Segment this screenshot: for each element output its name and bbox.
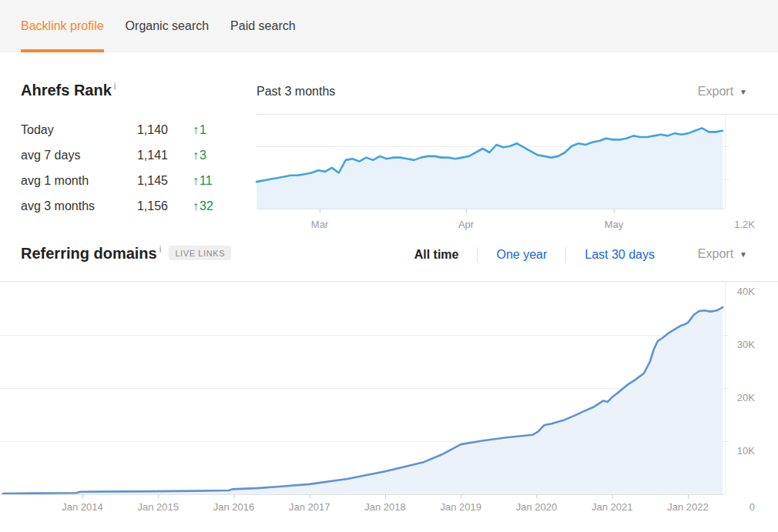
live-links-badge: LIVE LINKS <box>169 246 231 260</box>
ahrefs-rank-chart: MarAprMay1.2K <box>0 112 778 235</box>
x-tick-label: Jan 2019 <box>441 501 482 513</box>
x-tick-label: Jan 2022 <box>667 501 709 513</box>
filter-divider <box>477 247 478 263</box>
y-tick-label: 10K <box>737 445 755 457</box>
export-dropdown-referring[interactable]: Export▼ <box>698 247 747 261</box>
x-tick-label: May <box>605 219 624 230</box>
tab-label: Organic search <box>126 19 210 33</box>
referring-domains-chart: Jan 2014Jan 2015Jan 2016Jan 2017Jan 2018… <box>0 277 778 532</box>
time-range-filters: All time One year Last 30 days <box>414 247 655 263</box>
x-tick-label: Mar <box>311 219 329 230</box>
info-icon[interactable]: i <box>159 244 162 255</box>
export-dropdown-rank[interactable]: Export▼ <box>698 85 747 99</box>
x-tick-label: Jan 2018 <box>364 501 406 513</box>
filter-last-30-days[interactable]: Last 30 days <box>585 248 655 262</box>
ahrefs-rank-title: Ahrefs Ranki <box>21 81 116 99</box>
x-tick-label: Jan 2016 <box>213 501 255 513</box>
x-tick-label: Jan 2021 <box>592 501 633 513</box>
filter-divider <box>565 247 566 263</box>
y-tick-label: 40K <box>737 286 755 297</box>
tab-bar: Backlink profile Organic search Paid sea… <box>0 0 778 52</box>
x-tick-label: Jan 2015 <box>138 501 179 513</box>
tab-label: Paid search <box>230 19 296 33</box>
x-tick-label: Jan 2014 <box>62 501 103 513</box>
x-tick-label: Apr <box>458 219 475 230</box>
active-tab-underline <box>21 49 104 52</box>
export-label: Export <box>698 247 733 260</box>
y-tick-label: 20K <box>737 392 755 403</box>
x-tick-label: Jan 2017 <box>289 501 330 513</box>
backlink-profile-page: Backlink profile Organic search Paid sea… <box>0 0 778 532</box>
referring-domains-title: Referring domainsiLIVE LINKS <box>21 244 231 263</box>
tab-paid-search[interactable]: Paid search <box>230 0 296 52</box>
info-icon[interactable]: i <box>114 81 116 92</box>
filter-all-time[interactable]: All time <box>414 248 459 262</box>
chevron-down-icon: ▼ <box>739 88 747 96</box>
x-tick-label: Jan 2020 <box>516 501 558 513</box>
y-tick-label: 30K <box>737 339 755 350</box>
tab-organic-search[interactable]: Organic search <box>126 0 210 52</box>
area-fill <box>257 128 723 209</box>
chevron-down-icon: ▼ <box>739 250 747 259</box>
rank-chart-period-label: Past 3 months <box>257 85 335 99</box>
y-tick-label: 0 <box>749 501 755 513</box>
export-label: Export <box>698 85 733 98</box>
y-tick-label: 1.2K <box>734 219 755 230</box>
tab-backlink-profile[interactable]: Backlink profile <box>21 0 104 52</box>
filter-one-year[interactable]: One year <box>496 248 547 262</box>
tab-label: Backlink profile <box>21 19 104 33</box>
